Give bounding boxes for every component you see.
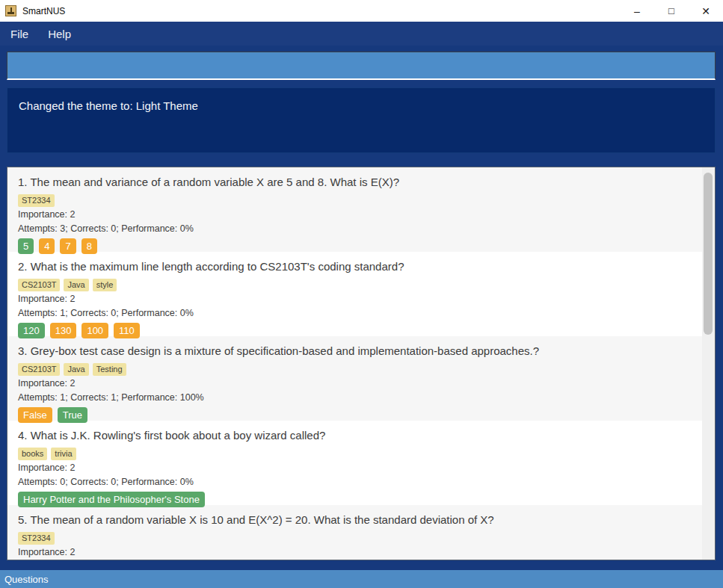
result-display[interactable]: Changed the theme to: Light Theme bbox=[7, 87, 716, 153]
answer-choice: 7 bbox=[60, 238, 76, 254]
question-importance: Importance: 2 bbox=[18, 209, 692, 220]
titlebar-left: SmartNUS bbox=[0, 5, 65, 16]
question-list: 1. The mean and variance of a random var… bbox=[7, 167, 716, 560]
question-title: 1. The mean and variance of a random var… bbox=[18, 175, 692, 189]
question-importance: Importance: 2 bbox=[18, 462, 692, 474]
answer-choice: False bbox=[18, 407, 52, 423]
titlebar: SmartNUS – □ ✕ bbox=[0, 0, 723, 22]
question-tag: books bbox=[18, 448, 47, 460]
question-tag: style bbox=[93, 279, 117, 291]
question-list-item[interactable]: 2. What is the maximum line length accor… bbox=[7, 252, 702, 336]
question-list-item[interactable]: 4. What is J.K. Rowling's first book abo… bbox=[7, 421, 702, 505]
question-tags: bookstrivia bbox=[18, 446, 692, 459]
answer-choice: 8 bbox=[81, 238, 97, 254]
question-tag: CS2103T bbox=[18, 279, 60, 291]
question-importance: Importance: 2 bbox=[18, 547, 692, 558]
answer-choice: 4 bbox=[39, 238, 55, 254]
question-list-item[interactable]: 1. The mean and variance of a random var… bbox=[7, 167, 702, 252]
answer-choice: 110 bbox=[114, 323, 140, 338]
answer-choice: True bbox=[58, 407, 87, 423]
question-tag: Java bbox=[64, 279, 88, 291]
answer-choice: 130 bbox=[50, 323, 77, 338]
question-tag: trivia bbox=[51, 448, 76, 460]
question-tags: CS2103TJavaTesting bbox=[18, 362, 692, 375]
maximize-icon[interactable]: □ bbox=[654, 0, 689, 22]
answer-choice: 120 bbox=[18, 323, 45, 338]
vertical-scrollbar[interactable] bbox=[702, 167, 715, 560]
question-tags: CS2103TJavastyle bbox=[18, 277, 692, 291]
window-controls: – □ ✕ bbox=[620, 0, 723, 22]
menu-help[interactable]: Help bbox=[41, 25, 78, 43]
question-stats: Attempts: 1; Corrects: 1; Performance: 1… bbox=[18, 392, 692, 403]
question-tag: ST2334 bbox=[18, 194, 55, 207]
status-label: Questions bbox=[4, 574, 49, 585]
scrollbar-thumb[interactable] bbox=[704, 173, 713, 335]
app-window: SmartNUS – □ ✕ File Help Changed the the… bbox=[0, 0, 723, 588]
question-stats: Attempts: 3; Corrects: 0; Performance: 0… bbox=[18, 223, 692, 235]
answer-choice: 100 bbox=[81, 323, 108, 338]
question-title: 5. The mean of a random variable X is 10… bbox=[18, 513, 692, 527]
close-icon[interactable]: ✕ bbox=[689, 0, 723, 22]
question-importance: Importance: 2 bbox=[18, 378, 692, 389]
question-list-cells: 1. The mean and variance of a random var… bbox=[7, 167, 702, 560]
question-tags: ST2334 bbox=[18, 193, 692, 206]
answer-choice: 5 bbox=[18, 238, 34, 254]
question-stats: Attempts: 1; Corrects: 0; Performance: 0… bbox=[18, 308, 692, 319]
question-stats: Attempts: 0; Corrects: 0; Performance: 0… bbox=[18, 477, 692, 488]
question-tag: Java bbox=[64, 363, 88, 376]
question-tag: CS2103T bbox=[18, 363, 60, 376]
window-title: SmartNUS bbox=[22, 6, 65, 16]
result-text: Changed the theme to: Light Theme bbox=[19, 99, 198, 112]
question-title: 3. Grey-box test case design is a mixtur… bbox=[18, 344, 692, 358]
question-tag: ST2334 bbox=[18, 532, 55, 545]
status-bar: Questions bbox=[0, 570, 723, 588]
question-title: 4. What is J.K. Rowling's first book abo… bbox=[18, 428, 692, 442]
menu-file[interactable]: File bbox=[4, 25, 35, 43]
menubar: File Help bbox=[0, 22, 723, 46]
app-icon bbox=[5, 5, 16, 16]
question-list-item[interactable]: 5. The mean of a random variable X is 10… bbox=[7, 505, 702, 560]
question-tags: ST2334 bbox=[18, 530, 692, 544]
question-title: 2. What is the maximum line length accor… bbox=[18, 259, 692, 273]
question-importance: Importance: 2 bbox=[18, 294, 692, 305]
answer-choice: Harry Potter and the Philosopher's Stone bbox=[18, 492, 205, 507]
question-list-item[interactable]: 3. Grey-box test case design is a mixtur… bbox=[7, 336, 702, 421]
command-input[interactable] bbox=[7, 52, 716, 80]
question-tag: Testing bbox=[93, 363, 126, 376]
minimize-icon[interactable]: – bbox=[620, 0, 654, 22]
